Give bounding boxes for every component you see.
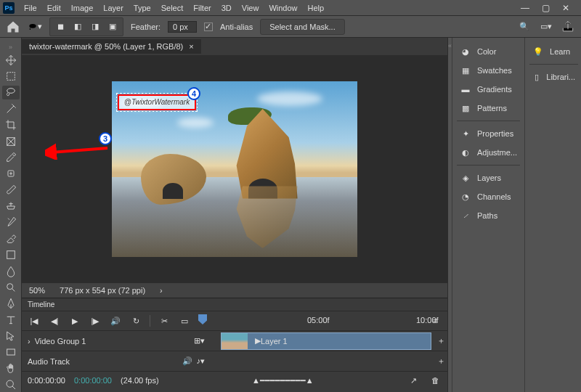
svg-rect-5 [7,251,15,259]
panel-dock: « ◕Color ▦Swatches ▬Gradients ▩Patterns … [447,38,581,392]
clip-label: Layer 1 [261,337,288,346]
track-options-icon[interactable]: ⊞▾ [194,336,205,346]
panel-paths[interactable]: ⟋Paths [455,206,521,225]
paths-icon: ⟋ [460,210,471,221]
panel-gradients[interactable]: ▬Gradients [455,80,521,99]
zoom-slider[interactable]: ▲━━━━━━━━━▲ [168,376,398,385]
marquee-tool[interactable] [2,69,20,83]
canvas-area[interactable]: 3 @TwixtorWatermark 4 [22,55,447,283]
document-tab[interactable]: twixtor-watermark @ 50% (Layer 1, RGB/8)… [22,39,201,54]
loop-button[interactable]: ↻ [129,314,142,327]
gradients-icon: ▬ [460,83,471,95]
feather-input[interactable] [168,21,197,33]
menu-3d[interactable]: 3D [216,1,237,15]
brush-tool[interactable] [2,183,20,197]
lasso-tool[interactable] [2,86,20,99]
select-and-mask-button[interactable]: Select and Mask... [260,19,345,35]
blur-tool[interactable] [2,264,20,278]
svg-point-0 [29,23,36,28]
selection-subtract-icon[interactable]: ◨ [88,20,102,34]
panel-properties[interactable]: ✦Properties [455,124,521,143]
home-icon[interactable] [6,20,20,34]
annotation-arrow [45,142,110,160]
document-canvas[interactable]: @TwixtorWatermark 4 [112,81,357,257]
selection-intersect-icon[interactable]: ▣ [105,20,120,34]
hand-tool[interactable] [2,362,20,375]
add-media-button[interactable]: ＋ [434,335,447,348]
mute-button[interactable]: 🔊 [109,314,122,327]
split-clip-button[interactable]: ✂ [158,314,171,327]
crop-tool[interactable] [2,118,20,132]
window-maximize[interactable]: ▢ [540,3,550,13]
pen-tool[interactable] [2,297,20,311]
path-selection-tool[interactable] [2,329,20,343]
window-minimize[interactable]: — [520,3,530,13]
menu-help[interactable]: Help [303,1,330,15]
video-clip[interactable]: ▶ Layer 1 [221,332,431,350]
panel-learn[interactable]: 💡Learn [528,42,580,61]
timeline-ruler[interactable]: 05:00f 10:00f [198,314,421,327]
menu-select[interactable]: Select [156,1,189,15]
window-close[interactable]: ✕ [561,3,571,13]
menu-view[interactable]: View [237,1,264,15]
close-tab-icon[interactable]: × [189,42,193,51]
panel-adjustments[interactable]: ◐Adjustme... [455,143,521,162]
channels-icon: ◔ [460,191,471,203]
properties-icon: ✦ [460,128,471,139]
svg-rect-7 [7,349,15,355]
document-title: twixtor-watermark @ 50% (Layer 1, RGB/8) [29,42,183,51]
playhead[interactable] [198,314,207,324]
history-brush-tool[interactable] [2,216,20,229]
share-icon[interactable] [561,20,575,34]
menu-window[interactable]: Window [264,1,302,15]
timeline-footer: 0:00:00:00 0:00:00:00 (24.00 fps) ▲━━━━━… [22,372,447,389]
selection-add-icon[interactable]: ◧ [70,20,85,34]
menu-layer[interactable]: Layer [98,1,129,15]
workspace-icon[interactable]: ▭▾ [539,20,553,34]
menu-file[interactable]: File [19,1,42,15]
rectangle-tool[interactable] [2,346,20,359]
delete-icon[interactable]: 🗑 [428,374,442,387]
zoom-tool[interactable] [2,378,20,392]
menu-edit[interactable]: Edit [42,1,66,15]
prev-frame-button[interactable]: ◀| [48,314,61,327]
tool-palette: » [0,38,22,392]
search-icon[interactable]: 🔍 [517,20,532,34]
dodge-tool[interactable] [2,280,20,294]
expand-icon[interactable]: › [28,337,31,346]
transition-button[interactable]: ▭ [178,314,191,327]
add-audio-button[interactable]: ＋ [434,355,447,368]
render-button[interactable]: ↗ [407,374,420,387]
zoom-level[interactable]: 50% [29,286,45,295]
tool-preset-lasso-icon[interactable]: ▾ [28,20,42,34]
menu-type[interactable]: Type [129,1,156,15]
antialias-checkbox[interactable] [204,23,213,31]
healing-brush-tool[interactable] [2,167,20,181]
panel-swatches[interactable]: ▦Swatches [455,61,521,80]
clone-stamp-tool[interactable] [2,199,20,213]
type-tool[interactable] [2,313,20,327]
magic-wand-tool[interactable] [2,102,20,115]
libraries-icon: ▯ [532,71,540,83]
play-button[interactable]: ▶ [68,314,81,327]
status-caret-icon[interactable]: › [160,286,163,295]
menu-image[interactable]: Image [66,1,99,15]
menu-filter[interactable]: Filter [188,1,216,15]
panel-patterns[interactable]: ▩Patterns [455,99,521,118]
next-frame-button[interactable]: |▶ [89,314,102,327]
lasso-selection[interactable] [116,93,198,112]
gradient-tool[interactable] [2,248,20,262]
move-tool[interactable] [2,53,20,67]
timecode-current[interactable]: 0:00:00:00 [74,376,112,385]
goto-start-button[interactable]: |◀ [28,314,41,327]
eyedropper-tool[interactable] [2,150,20,164]
eraser-tool[interactable] [2,232,20,245]
panel-channels[interactable]: ◔Channels [455,187,521,206]
selection-new-icon[interactable]: ◼ [53,20,68,34]
audio-options-icon[interactable]: ♪▾ [197,356,206,366]
clip-thumbnail [222,333,248,349]
panel-layers[interactable]: ◈Layers [455,168,521,187]
panel-color[interactable]: ◕Color [455,42,521,61]
frame-tool[interactable] [2,134,20,148]
panel-libraries[interactable]: ▯Librari... [528,68,580,86]
